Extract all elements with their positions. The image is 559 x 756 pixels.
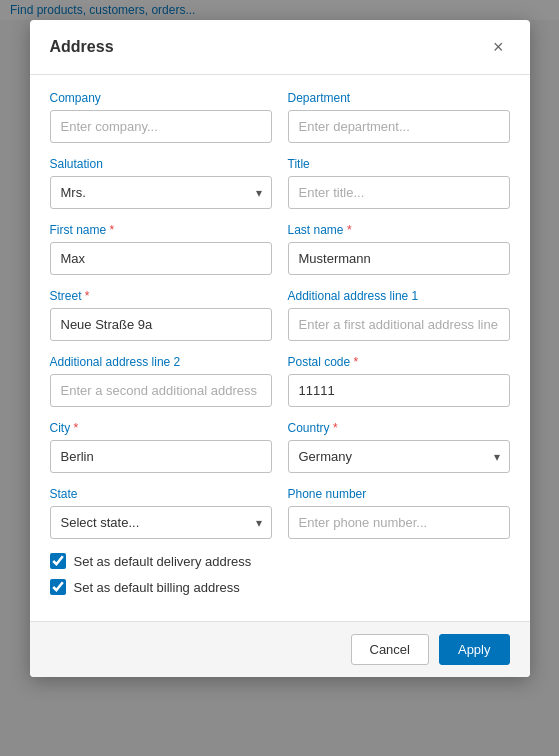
lastname-label: Last name * (288, 223, 510, 237)
title-label: Title (288, 157, 510, 171)
title-group: Title (288, 157, 510, 209)
row-firstname-lastname: First name * Last name * (50, 223, 510, 275)
country-group: Country * Germany Austria Switzerland ▾ (288, 421, 510, 473)
title-input[interactable] (288, 176, 510, 209)
firstname-input[interactable] (50, 242, 272, 275)
postal-input[interactable] (288, 374, 510, 407)
state-label: State (50, 487, 272, 501)
firstname-label: First name * (50, 223, 272, 237)
phone-input[interactable] (288, 506, 510, 539)
firstname-group: First name * (50, 223, 272, 275)
city-group: City * (50, 421, 272, 473)
company-label: Company (50, 91, 272, 105)
lastname-group: Last name * (288, 223, 510, 275)
apply-button[interactable]: Apply (439, 634, 510, 665)
row-salutation-title: Salutation Mrs. Mr. Dr. ▾ Title (50, 157, 510, 209)
department-input[interactable] (288, 110, 510, 143)
additional2-group: Additional address line 2 (50, 355, 272, 407)
postal-group: Postal code * (288, 355, 510, 407)
street-group: Street * (50, 289, 272, 341)
department-label: Department (288, 91, 510, 105)
company-group: Company (50, 91, 272, 143)
street-input[interactable] (50, 308, 272, 341)
row-city-country: City * Country * Germany Austria Switzer… (50, 421, 510, 473)
delivery-checkbox[interactable] (50, 553, 66, 569)
cancel-button[interactable]: Cancel (351, 634, 429, 665)
city-label: City * (50, 421, 272, 435)
additional1-group: Additional address line 1 (288, 289, 510, 341)
billing-checkbox-row: Set as default billing address (50, 579, 510, 595)
country-label: Country * (288, 421, 510, 435)
additional1-input[interactable] (288, 308, 510, 341)
salutation-select-wrapper: Mrs. Mr. Dr. ▾ (50, 176, 272, 209)
modal-footer: Cancel Apply (30, 621, 530, 677)
billing-checkbox-label: Set as default billing address (74, 580, 240, 595)
salutation-group: Salutation Mrs. Mr. Dr. ▾ (50, 157, 272, 209)
row-state-phone: State Select state... Bavaria Berlin Ham… (50, 487, 510, 539)
phone-group: Phone number (288, 487, 510, 539)
city-input[interactable] (50, 440, 272, 473)
postal-label: Postal code * (288, 355, 510, 369)
row-company-department: Company Department (50, 91, 510, 143)
country-select-wrapper: Germany Austria Switzerland ▾ (288, 440, 510, 473)
delivery-checkbox-label: Set as default delivery address (74, 554, 252, 569)
row-street-additional1: Street * Additional address line 1 (50, 289, 510, 341)
department-group: Department (288, 91, 510, 143)
additional2-input[interactable] (50, 374, 272, 407)
address-modal: Address × Company Department Salutation (30, 20, 530, 677)
delivery-checkbox-row: Set as default delivery address (50, 553, 510, 569)
salutation-select[interactable]: Mrs. Mr. Dr. (50, 176, 272, 209)
billing-checkbox[interactable] (50, 579, 66, 595)
country-select[interactable]: Germany Austria Switzerland (288, 440, 510, 473)
modal-title: Address (50, 38, 114, 56)
row-additional2-postal: Additional address line 2 Postal code * (50, 355, 510, 407)
salutation-label: Salutation (50, 157, 272, 171)
modal-header: Address × (30, 20, 530, 75)
lastname-input[interactable] (288, 242, 510, 275)
state-group: State Select state... Bavaria Berlin Ham… (50, 487, 272, 539)
company-input[interactable] (50, 110, 272, 143)
additional2-label: Additional address line 2 (50, 355, 272, 369)
phone-label: Phone number (288, 487, 510, 501)
state-select-wrapper: Select state... Bavaria Berlin Hamburg ▾ (50, 506, 272, 539)
additional1-label: Additional address line 1 (288, 289, 510, 303)
street-label: Street * (50, 289, 272, 303)
close-button[interactable]: × (487, 36, 510, 58)
modal-body: Company Department Salutation Mrs. Mr. (30, 75, 530, 621)
state-select[interactable]: Select state... Bavaria Berlin Hamburg (50, 506, 272, 539)
